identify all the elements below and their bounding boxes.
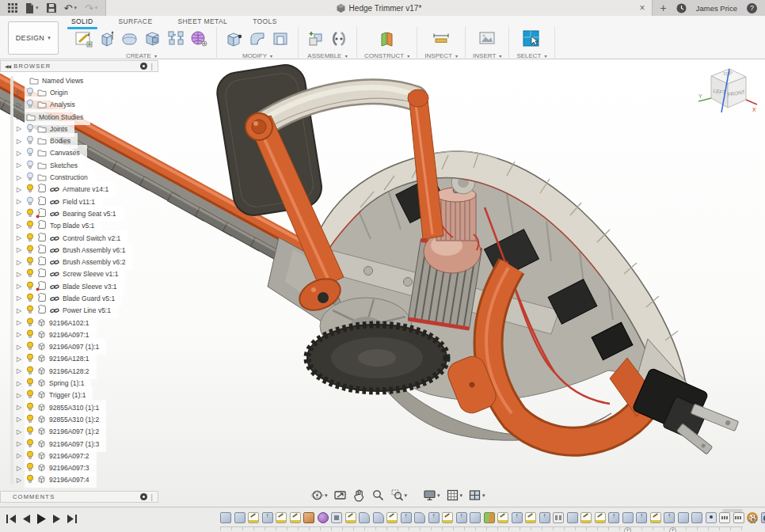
- caret-down-icon[interactable]: ▾: [405, 492, 408, 499]
- timeline-feature-pattern-icon[interactable]: [719, 512, 730, 523]
- document-tab[interactable]: Hedge Trimmer v17* ×: [105, 0, 652, 16]
- expand-arrow-icon[interactable]: ▷: [17, 404, 25, 411]
- expand-arrow-icon[interactable]: ▷: [17, 294, 25, 302]
- expand-arrow-icon[interactable]: ▷: [17, 465, 25, 472]
- timeline-expand-group-icon[interactable]: +: [669, 527, 676, 532]
- undo-icon[interactable]: ↶▾: [64, 2, 77, 14]
- play-button[interactable]: [37, 514, 46, 524]
- timeline-expand-group-icon[interactable]: +: [624, 527, 631, 532]
- timeline-feature-fillet-icon[interactable]: [373, 512, 384, 523]
- timeline-feature-extrude-icon[interactable]: [678, 512, 689, 523]
- expand-arrow-icon[interactable]: ▷: [17, 367, 25, 374]
- timeline-feature-fillet-icon[interactable]: [414, 512, 425, 523]
- timeline-feature-extrude-icon[interactable]: [691, 512, 702, 523]
- expand-arrow-icon[interactable]: ▷: [17, 234, 25, 241]
- comments-resize-handle[interactable]: |: [150, 493, 154, 501]
- expand-arrow-icon[interactable]: ▷: [17, 101, 25, 108]
- timeline-feature-extrude-icon[interactable]: [622, 512, 634, 523]
- browser-visibility-icon[interactable]: [140, 63, 147, 70]
- display-settings-tool-icon[interactable]: ▾: [423, 488, 440, 502]
- timeline-feature-smallbox-icon[interactable]: [331, 512, 342, 523]
- group-label-insert[interactable]: INSERT ▾: [473, 52, 501, 59]
- workspace-selector[interactable]: DESIGN ▾: [8, 21, 59, 55]
- expand-arrow-icon[interactable]: ▷: [17, 344, 25, 351]
- expand-arrow-icon[interactable]: ▷: [17, 150, 25, 157]
- undo-caret[interactable]: ▾: [74, 5, 77, 11]
- view-cube[interactable]: TOP LEFT FRONT Y X: [695, 62, 760, 120]
- timeline-feature-boxup-icon[interactable]: [401, 512, 412, 523]
- group-label-inspect[interactable]: INSPECT ▾: [424, 52, 458, 59]
- expand-arrow-icon[interactable]: ▷: [17, 89, 25, 96]
- expand-arrow-icon[interactable]: ▷: [17, 210, 25, 217]
- measure-icon[interactable]: [431, 28, 451, 49]
- group-label-construct[interactable]: CONSTRUCT ▾: [364, 52, 409, 59]
- pan-tool-icon[interactable]: [352, 488, 366, 502]
- timeline-feature-sketch-icon[interactable]: [442, 512, 453, 523]
- timeline-scroll-thumb[interactable]: [722, 509, 743, 512]
- caret-down-icon[interactable]: ▾: [482, 492, 485, 499]
- timeline-feature-sketch-icon[interactable]: [580, 512, 592, 523]
- timeline-ruler[interactable]: [220, 526, 743, 530]
- timeline-feature-form-icon[interactable]: [318, 512, 329, 523]
- viewports-tool-icon[interactable]: ▾: [468, 488, 485, 502]
- comments-add-icon[interactable]: [140, 493, 147, 500]
- comments-header[interactable]: COMMENTS |: [0, 491, 158, 503]
- redo-icon[interactable]: ↷▾: [85, 2, 97, 14]
- timeline-feature-sketch-icon[interactable]: [650, 512, 661, 523]
- caret-down-icon[interactable]: ▾: [460, 492, 463, 499]
- shell-icon[interactable]: [270, 28, 291, 49]
- timeline-feature-joint-icon[interactable]: [761, 512, 765, 523]
- expand-arrow-icon[interactable]: ▷: [17, 271, 25, 278]
- timeline-feature-sketch-icon[interactable]: [345, 512, 356, 523]
- expand-arrow-icon[interactable]: ▷: [17, 138, 25, 145]
- timeline-feature-boxup-icon[interactable]: [512, 512, 523, 523]
- expand-arrow-icon[interactable]: ▷: [17, 380, 25, 387]
- timeline-feature-extrude-icon[interactable]: [234, 512, 245, 523]
- timeline-feature-sketch-icon[interactable]: [497, 512, 508, 523]
- expand-arrow-icon[interactable]: ▷: [17, 307, 25, 314]
- step-forward-button[interactable]: [53, 515, 60, 523]
- timeline-feature-sketch-icon[interactable]: [525, 512, 536, 523]
- browser-item-motion-studies[interactable]: ▷Motion Studies: [0, 111, 158, 123]
- group-label-create[interactable]: CREATE ▾: [126, 52, 157, 59]
- group-label-modify[interactable]: MODIFY ▾: [242, 52, 272, 59]
- grid-snaps-tool-icon[interactable]: ▾: [446, 488, 463, 502]
- timeline-feature-fillet-icon[interactable]: [359, 512, 370, 523]
- create-sketch-icon[interactable]: [74, 28, 94, 49]
- timeline-feature-boxup-icon[interactable]: [539, 512, 550, 523]
- expand-arrow-icon[interactable]: ▷: [17, 319, 25, 326]
- fillet-icon[interactable]: [247, 28, 268, 49]
- group-label-select[interactable]: SELECT ▾: [516, 52, 546, 59]
- expand-arrow-icon[interactable]: ▷: [17, 477, 25, 484]
- plane-icon[interactable]: [377, 28, 398, 49]
- caret-down-icon[interactable]: ▾: [325, 492, 328, 499]
- new-component-icon[interactable]: [306, 28, 326, 49]
- expand-arrow-icon[interactable]: ▷: [17, 125, 25, 132]
- timeline-feature-boxup-icon[interactable]: [456, 512, 467, 523]
- expand-arrow-icon[interactable]: ▷: [17, 331, 25, 338]
- expand-arrow-icon[interactable]: ▷: [17, 452, 25, 459]
- timeline-feature-plane-icon[interactable]: [484, 512, 495, 523]
- skip-end-button[interactable]: [67, 515, 77, 523]
- timeline-feature-extrude-icon[interactable]: [220, 512, 231, 523]
- redo-caret[interactable]: ▾: [95, 5, 98, 11]
- select-icon[interactable]: [521, 28, 542, 49]
- timeline-settings-gear-icon[interactable]: [748, 514, 759, 528]
- expand-arrow-icon[interactable]: ▷: [17, 113, 25, 120]
- step-back-button[interactable]: [23, 515, 30, 523]
- expand-arrow-icon[interactable]: ▷: [17, 440, 25, 447]
- insert-image-icon[interactable]: [477, 28, 497, 49]
- collapse-panel-icon[interactable]: ◀◀: [5, 63, 10, 69]
- extrude-icon[interactable]: [97, 28, 117, 49]
- expand-arrow-icon[interactable]: ▷: [17, 246, 25, 253]
- timeline-feature-pattern-icon[interactable]: [733, 512, 744, 523]
- timeline-feature-sketch-icon[interactable]: [595, 512, 606, 523]
- cylinder-icon[interactable]: [143, 28, 163, 49]
- new-tab-icon[interactable]: +: [660, 2, 667, 14]
- zoom-tool-icon[interactable]: [371, 488, 385, 502]
- browser-header[interactable]: ◀◀ BROWSER |: [0, 60, 158, 72]
- timeline-feature-boxup-icon[interactable]: [664, 512, 675, 523]
- timeline-feature-presspull-icon[interactable]: [303, 512, 314, 523]
- expand-arrow-icon[interactable]: ▷: [17, 198, 25, 205]
- timeline-feature-boxup-icon[interactable]: [636, 512, 647, 523]
